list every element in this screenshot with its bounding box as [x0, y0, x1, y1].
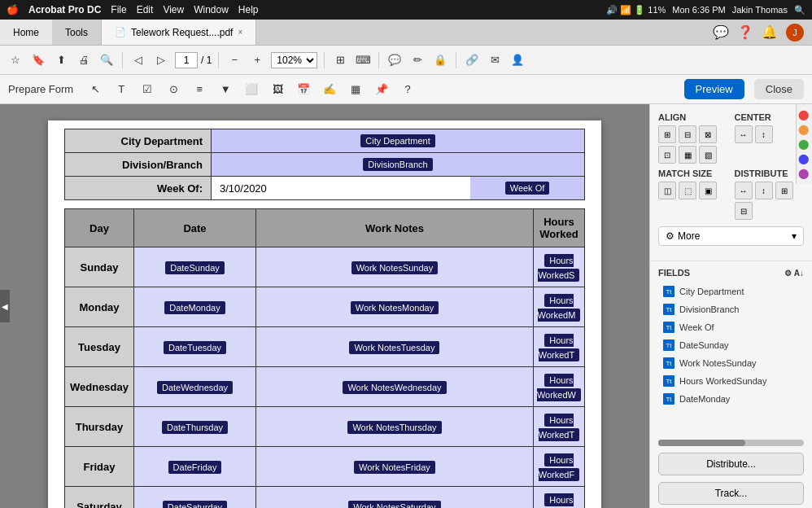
- print-icon[interactable]: 🖨: [75, 51, 93, 69]
- dist-v-btn[interactable]: ↕: [755, 182, 773, 199]
- notes-field-monday[interactable]: Work NotesMonday: [351, 301, 439, 314]
- sign-icon[interactable]: ✍: [319, 79, 340, 100]
- tab-close-icon[interactable]: ×: [238, 28, 242, 37]
- right-icon-5[interactable]: ⬤: [798, 168, 810, 179]
- date-cell-tuesday[interactable]: DateTuesday: [134, 327, 256, 367]
- dist-extra-btn[interactable]: ⊞: [775, 182, 793, 199]
- align-top-btn[interactable]: ⊡: [658, 146, 676, 164]
- city-dept-field-cell[interactable]: City Department: [212, 129, 585, 153]
- redact-icon[interactable]: 🔒: [431, 51, 449, 69]
- date-cell-wednesday[interactable]: DateWednesday: [134, 367, 256, 407]
- next-page-icon[interactable]: ▷: [152, 51, 170, 69]
- match-h-btn[interactable]: ⬚: [679, 182, 696, 199]
- hours-field-friday[interactable]: Hours WorkedF: [539, 453, 579, 481]
- tab-home[interactable]: Home: [0, 20, 52, 45]
- hours-field-sunday[interactable]: Hours WorkedS: [538, 254, 579, 282]
- menu-file[interactable]: File: [111, 4, 126, 15]
- apple-icon[interactable]: 🍎: [7, 4, 19, 15]
- prev-page-icon[interactable]: ◁: [129, 51, 147, 69]
- menu-view[interactable]: View: [163, 4, 184, 15]
- align-right-btn[interactable]: ⊠: [699, 125, 717, 143]
- image-icon[interactable]: 🖼: [267, 79, 288, 100]
- link-icon[interactable]: 🔗: [463, 51, 481, 69]
- right-icon-3[interactable]: ⬤: [798, 138, 810, 150]
- radio-icon[interactable]: ⊙: [163, 79, 184, 100]
- list-icon[interactable]: ≡: [189, 79, 210, 100]
- notes-cell-wednesday[interactable]: Work NotesWednesday: [256, 367, 534, 407]
- scrollbar-thumb[interactable]: [658, 440, 745, 446]
- field-item[interactable]: Tt City Department: [658, 282, 804, 300]
- date-cell-monday[interactable]: DateMonday: [134, 287, 256, 327]
- fit-page-icon[interactable]: ⊞: [331, 51, 349, 69]
- right-icon-4[interactable]: ⬤: [798, 153, 810, 164]
- select-tool-icon[interactable]: ↖: [85, 79, 106, 100]
- field-item[interactable]: Tt Week Of: [658, 318, 804, 336]
- notes-field-saturday[interactable]: Work NotesSaturday: [348, 501, 440, 508]
- help-icon[interactable]: ❓: [737, 24, 753, 40]
- text-field-icon[interactable]: T: [111, 79, 132, 100]
- menu-edit[interactable]: Edit: [137, 4, 154, 15]
- notes-cell-sunday[interactable]: Work NotesSunday: [256, 247, 534, 287]
- hours-field-wednesday[interactable]: Hours WorkedW: [537, 374, 581, 401]
- fields-sort-icons[interactable]: ⚙ A↓: [784, 269, 804, 278]
- center-v-btn[interactable]: ↕: [755, 125, 773, 143]
- notes-cell-saturday[interactable]: Work NotesSaturday: [256, 487, 534, 509]
- notification-icon[interactable]: 🔔: [762, 24, 778, 40]
- checkbox-icon[interactable]: ☑: [137, 79, 158, 100]
- center-h-btn[interactable]: ↔: [735, 125, 753, 143]
- button-icon[interactable]: ⬜: [241, 79, 262, 100]
- date-field-monday[interactable]: DateMonday: [164, 301, 225, 314]
- message-icon[interactable]: 💬: [713, 24, 729, 40]
- date-cell-thursday[interactable]: DateThursday: [134, 407, 256, 447]
- notes-cell-friday[interactable]: Work NotesFriday: [256, 447, 534, 487]
- edit-icon[interactable]: ✏: [408, 51, 426, 69]
- hours-cell-friday[interactable]: Hours WorkedF: [533, 447, 584, 487]
- pdf-viewer[interactable]: ◀ City Department City Department Divisi…: [0, 104, 649, 508]
- left-arrow[interactable]: ◀: [0, 290, 10, 322]
- city-dept-field[interactable]: City Department: [360, 134, 434, 147]
- more-dropdown[interactable]: ⚙ More ▾: [658, 226, 804, 246]
- date-cell-sunday[interactable]: DateSunday: [134, 247, 256, 287]
- track-button[interactable]: Track...: [658, 482, 804, 505]
- field-item[interactable]: Tt DateSunday: [658, 336, 804, 354]
- user-avatar[interactable]: J: [786, 24, 804, 42]
- email-icon[interactable]: ✉: [486, 51, 504, 69]
- hours-field-tuesday[interactable]: Hours WorkedT: [539, 334, 579, 361]
- upload-icon[interactable]: ⬆: [52, 51, 70, 69]
- hours-field-thursday[interactable]: Hours WorkedT: [539, 414, 579, 441]
- field-item[interactable]: Tt DateMonday: [658, 390, 804, 408]
- menu-window[interactable]: Window: [194, 4, 229, 15]
- date-cell-friday[interactable]: DateFriday: [134, 447, 256, 487]
- field-item[interactable]: Tt Work NotesSunday: [658, 354, 804, 372]
- match-w-btn[interactable]: ◫: [658, 182, 676, 199]
- fields-scrollbar[interactable]: [658, 440, 804, 446]
- zoom-select[interactable]: 102% 75% 100% 125%: [271, 52, 317, 68]
- comment-icon[interactable]: 💬: [386, 51, 404, 69]
- hours-cell-monday[interactable]: Hours WorkedM: [533, 287, 584, 327]
- hours-cell-tuesday[interactable]: Hours WorkedT: [533, 327, 584, 367]
- dist-extra2-btn[interactable]: ⊟: [735, 202, 753, 220]
- help-icon[interactable]: ?: [397, 79, 418, 100]
- search-icon[interactable]: 🔍: [794, 5, 805, 15]
- hours-field-monday[interactable]: Hours WorkedM: [538, 294, 581, 322]
- dist-h-btn[interactable]: ↔: [735, 182, 753, 199]
- zoom-in-icon[interactable]: +: [248, 51, 266, 69]
- notes-cell-monday[interactable]: Work NotesMonday: [256, 287, 534, 327]
- date-field-saturday[interactable]: DateSaturday: [163, 501, 227, 508]
- notes-field-friday[interactable]: Work NotesFriday: [354, 461, 435, 474]
- bookmark-icon[interactable]: 🔖: [29, 51, 47, 69]
- add-bookmark-icon[interactable]: ☆: [7, 51, 24, 69]
- notes-field-sunday[interactable]: Work NotesSunday: [351, 261, 439, 274]
- hours-cell-saturday[interactable]: Hours WorkedS: [533, 487, 584, 509]
- hours-field-saturday[interactable]: Hours WorkedS: [538, 493, 579, 508]
- week-field[interactable]: Week Of: [505, 182, 550, 195]
- keyboard-icon[interactable]: ⌨: [354, 51, 372, 69]
- align-center-btn[interactable]: ⊟: [679, 125, 696, 143]
- preview-button[interactable]: Preview: [684, 79, 744, 99]
- notes-cell-tuesday[interactable]: Work NotesTuesday: [256, 327, 534, 367]
- division-field[interactable]: DivisionBranch: [363, 158, 432, 171]
- search-icon[interactable]: 🔍: [98, 51, 116, 69]
- align-bottom-btn[interactable]: ▧: [699, 146, 717, 164]
- date-field-thursday[interactable]: DateThursday: [162, 421, 228, 434]
- hours-cell-wednesday[interactable]: Hours WorkedW: [533, 367, 584, 407]
